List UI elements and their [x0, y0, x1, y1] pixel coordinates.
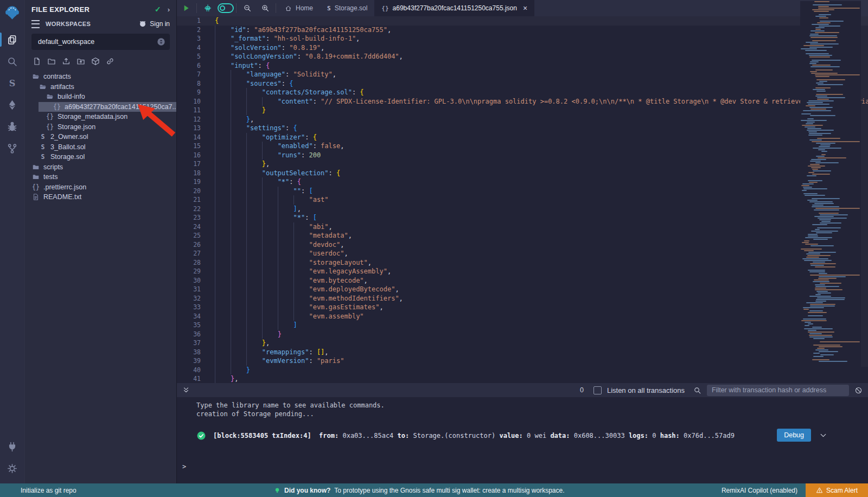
terminal-prompt[interactable]: >	[182, 463, 186, 470]
workspace-select[interactable]: default_workspace	[31, 34, 170, 50]
tree-item-scripts[interactable]: scripts	[25, 162, 176, 173]
sign-in-button[interactable]: Sign in	[138, 20, 170, 28]
copilot-status[interactable]: RemixAI Copilot (enabled)	[722, 483, 797, 497]
line-number: 37	[177, 339, 210, 348]
line-number: 22	[177, 205, 210, 214]
line-number: 1	[177, 16, 210, 26]
zoom-out-icon[interactable]	[238, 0, 256, 16]
tree-item-label: Storage_metadata.json	[58, 113, 130, 120]
line-content: "remappings": [],	[210, 348, 329, 357]
json-file-icon: {}	[31, 183, 40, 191]
new-file-icon[interactable]	[33, 57, 41, 66]
editor-tabbar: HomeSStorage.sol{}a69b43f277ba20fcac1411…	[177, 0, 868, 16]
code-line-19: 19 "*": {	[177, 177, 868, 187]
workspace-sort-icon	[157, 37, 165, 46]
tree-item-artifacts[interactable]: artifacts	[25, 82, 176, 92]
activity-bar: S	[0, 0, 24, 483]
code-line-11: 11 }	[177, 106, 868, 115]
tree-item--prettierrc-json[interactable]: {}.prettierrc.json	[25, 182, 176, 193]
activity-settings-icon[interactable]	[0, 457, 24, 479]
line-content: "outputSelection": {	[210, 169, 340, 178]
link-icon[interactable]	[106, 57, 114, 66]
line-number: 19	[177, 177, 210, 187]
github-octocat-icon	[138, 20, 147, 28]
tx-expand-chevron-icon[interactable]	[819, 431, 828, 440]
run-script-button[interactable]	[177, 0, 195, 16]
editor-tab-home[interactable]: Home	[278, 0, 320, 16]
activity-search-icon[interactable]	[0, 50, 24, 72]
terminal-log-line: creation of Storage pending...	[196, 410, 868, 419]
line-content: "ast"	[210, 195, 329, 205]
code-line-36: 36 }	[177, 330, 868, 339]
listen-checkbox[interactable]	[593, 386, 602, 394]
terminal-expand-icon[interactable]	[182, 386, 190, 394]
activity-solidity-compiler-icon[interactable]: S	[0, 72, 24, 94]
workspaces-menu-icon[interactable]	[31, 20, 40, 28]
line-number: 24	[177, 222, 210, 232]
tree-item-2-owner-sol[interactable]: S2_Owner.sol	[25, 132, 176, 142]
tree-item-3-ballot-sol[interactable]: S3_Ballot.sol	[25, 142, 176, 152]
git-init-status[interactable]: Initialize as git repo	[21, 487, 76, 494]
listen-label: Listen on all transactions	[607, 386, 685, 394]
editor-scrollbar[interactable]	[861, 0, 868, 367]
close-tab-icon[interactable]: ×	[523, 4, 527, 12]
terminal-body: Type the library name to see available c…	[177, 397, 868, 483]
line-content: },	[210, 339, 270, 348]
folder-open-icon	[46, 93, 54, 100]
copilot-toggle[interactable]	[216, 0, 234, 16]
json-file-icon: {}	[381, 5, 388, 12]
new-folder-icon[interactable]	[47, 57, 56, 66]
code-line-37: 37 },	[177, 339, 868, 348]
line-number: 28	[177, 258, 210, 267]
debug-button[interactable]: Debug	[777, 429, 811, 442]
activity-plugin-manager-icon[interactable]	[0, 436, 24, 457]
json-file-icon: {}	[46, 123, 54, 131]
line-content: "language": "Solidity",	[210, 70, 336, 79]
code-line-5: 5 "solcLongVersion": "0.8.19+commit.7dd6…	[177, 52, 868, 61]
line-number: 3	[177, 34, 210, 43]
folder-open-icon	[39, 83, 47, 91]
ai-copilot-robot-icon[interactable]	[199, 0, 216, 16]
terminal-search-icon[interactable]	[693, 386, 701, 394]
upload-folder-icon[interactable]	[76, 57, 85, 66]
file-explorer-panel: FILE EXPLORER ✓ › WORKSPACES Sign in def…	[24, 0, 176, 483]
remix-logo-icon[interactable]	[4, 4, 21, 21]
editor-minimap[interactable]	[800, 1, 861, 365]
tree-item-contracts[interactable]: contracts	[25, 72, 176, 82]
editor-tab-storage-sol[interactable]: SStorage.sol	[320, 0, 374, 16]
transaction-row[interactable]: [block:5583405 txIndex:4] from: 0xa03...…	[196, 431, 735, 441]
scam-alert-badge[interactable]: Scam Alert	[806, 483, 868, 497]
tree-item-storage-json[interactable]: {}Storage.json	[25, 122, 176, 132]
activity-deploy-run-icon[interactable]	[0, 94, 24, 116]
tree-item-label: 2_Owner.sol	[50, 133, 90, 141]
transaction-filter-input[interactable]	[707, 385, 849, 396]
tree-item-storage-sol[interactable]: SStorage.sol	[25, 152, 176, 162]
line-number: 40	[177, 366, 210, 375]
line-content: },	[210, 160, 270, 169]
activity-file-explorer[interactable]	[0, 29, 24, 50]
zoom-in-icon[interactable]	[256, 0, 274, 16]
line-content: "contracts/Storage.sol": {	[210, 88, 364, 97]
tree-item-build-info[interactable]: build-info	[25, 92, 176, 102]
remix-ide-window: S FILE EXPLORER ✓ › WORKSPACES Sign in d…	[0, 0, 868, 497]
clear-console-icon[interactable]	[854, 386, 863, 394]
code-line-31: 31 "evm.deployedBytecode",	[177, 285, 868, 294]
activity-git-icon[interactable]	[0, 137, 24, 159]
activity-debugger-icon[interactable]	[0, 116, 24, 137]
tree-item-tests[interactable]: tests	[25, 172, 176, 182]
line-number: 27	[177, 249, 210, 258]
editor-tab-a69b43f277ba20fcac141151250ca755-json[interactable]: {}a69b43f277ba20fcac141151250ca755.json×	[374, 0, 534, 16]
line-number: 15	[177, 142, 210, 151]
line-number: 33	[177, 303, 210, 312]
line-number: 7	[177, 70, 210, 79]
line-number: 34	[177, 312, 210, 321]
tree-item-a69b43f277ba20fcac141151250ca7-[interactable]: {}a69b43f277ba20fcac141151250ca7...	[25, 102, 176, 112]
tree-item-readme-txt[interactable]: README.txt	[25, 192, 176, 202]
tree-item-storage-metadata-json[interactable]: {}Storage_metadata.json	[25, 112, 176, 122]
cube-icon[interactable]	[91, 57, 100, 66]
toolbar-divider	[276, 3, 276, 13]
panel-collapse-icon[interactable]: ›	[168, 5, 170, 14]
code-editor[interactable]: 1{2 "id": "a69b43f277ba20fcac141151250ca…	[177, 16, 868, 383]
line-number: 14	[177, 133, 210, 142]
upload-file-icon[interactable]	[62, 57, 71, 66]
